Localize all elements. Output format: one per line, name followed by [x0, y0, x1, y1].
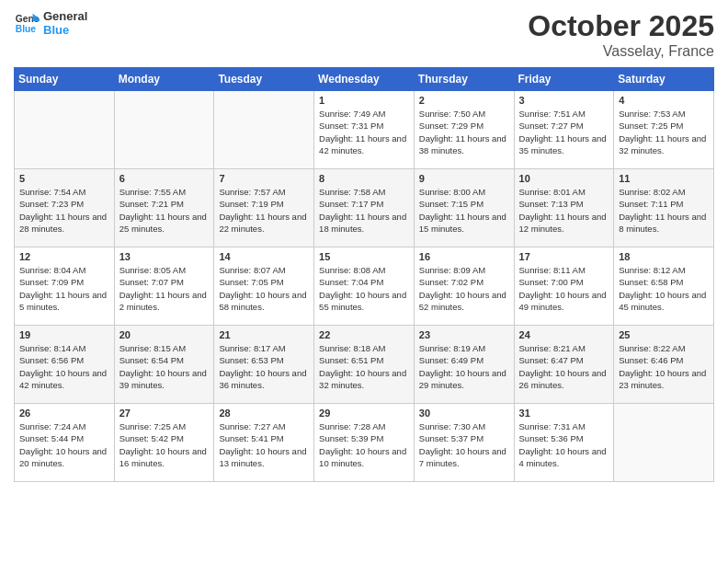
daylight: Daylight: 10 hours and 23 minutes. — [619, 367, 709, 392]
sunset: Sunset: 5:36 PM — [519, 432, 609, 444]
daylight: Daylight: 10 hours and 20 minutes. — [19, 445, 109, 470]
day-info: Sunrise: 8:21 AM Sunset: 6:47 PM Dayligh… — [519, 342, 609, 391]
day-info: Sunrise: 7:54 AM Sunset: 7:23 PM Dayligh… — [19, 186, 109, 235]
day-info: Sunrise: 8:04 AM Sunset: 7:09 PM Dayligh… — [19, 264, 109, 313]
day-number: 20 — [119, 329, 210, 340]
calendar-cell: 20 Sunrise: 8:15 AM Sunset: 6:54 PM Dayl… — [114, 326, 214, 404]
sunset: Sunset: 7:13 PM — [519, 198, 609, 210]
day-number: 15 — [319, 251, 409, 262]
calendar-cell: 24 Sunrise: 8:21 AM Sunset: 6:47 PM Dayl… — [514, 326, 614, 404]
daylight: Daylight: 11 hours and 32 minutes. — [619, 132, 709, 157]
day-info: Sunrise: 7:31 AM Sunset: 5:36 PM Dayligh… — [519, 420, 609, 469]
day-info: Sunrise: 7:51 AM Sunset: 7:27 PM Dayligh… — [519, 108, 609, 156]
sunrise: Sunrise: 8:18 AM — [319, 342, 409, 354]
sunset: Sunset: 7:29 PM — [419, 120, 509, 132]
logo: General Blue General Blue — [14, 9, 87, 37]
day-number: 9 — [419, 173, 509, 184]
calendar-cell: 12 Sunrise: 8:04 AM Sunset: 7:09 PM Dayl… — [15, 247, 115, 326]
calendar-cell — [214, 91, 314, 169]
day-info: Sunrise: 7:28 AM Sunset: 5:39 PM Dayligh… — [319, 420, 409, 469]
day-number: 8 — [319, 173, 409, 184]
calendar-cell: 30 Sunrise: 7:30 AM Sunset: 5:37 PM Dayl… — [414, 404, 514, 482]
day-number: 29 — [319, 408, 409, 419]
sunrise: Sunrise: 7:50 AM — [419, 108, 509, 120]
daylight: Daylight: 10 hours and 29 minutes. — [419, 367, 509, 392]
logo-line1: General — [43, 9, 87, 23]
calendar-cell: 5 Sunrise: 7:54 AM Sunset: 7:23 PM Dayli… — [15, 169, 115, 247]
sunset: Sunset: 6:47 PM — [519, 354, 609, 366]
weekday-header-sunday: Sunday — [15, 68, 115, 91]
calendar-cell: 15 Sunrise: 8:08 AM Sunset: 7:04 PM Dayl… — [314, 247, 415, 326]
day-info: Sunrise: 8:05 AM Sunset: 7:07 PM Dayligh… — [119, 264, 210, 313]
day-info: Sunrise: 7:55 AM Sunset: 7:21 PM Dayligh… — [119, 186, 210, 235]
sunset: Sunset: 7:27 PM — [519, 120, 609, 132]
week-row-2: 12 Sunrise: 8:04 AM Sunset: 7:09 PM Dayl… — [15, 247, 714, 326]
daylight: Daylight: 10 hours and 26 minutes. — [519, 367, 609, 392]
day-number: 6 — [119, 173, 210, 184]
daylight: Daylight: 10 hours and 39 minutes. — [119, 367, 210, 392]
sunrise: Sunrise: 7:54 AM — [19, 186, 109, 198]
day-info: Sunrise: 7:24 AM Sunset: 5:44 PM Dayligh… — [19, 420, 109, 469]
sunrise: Sunrise: 8:07 AM — [219, 264, 309, 276]
day-info: Sunrise: 8:18 AM Sunset: 6:51 PM Dayligh… — [319, 342, 409, 391]
daylight: Daylight: 10 hours and 16 minutes. — [119, 445, 210, 470]
daylight: Daylight: 11 hours and 12 minutes. — [519, 211, 609, 236]
title-block: October 2025 Vasselay, France — [528, 9, 714, 60]
sunrise: Sunrise: 7:28 AM — [319, 420, 409, 432]
sunset: Sunset: 5:37 PM — [419, 432, 509, 444]
sunset: Sunset: 7:07 PM — [119, 276, 210, 288]
daylight: Daylight: 11 hours and 15 minutes. — [419, 211, 509, 236]
week-row-1: 5 Sunrise: 7:54 AM Sunset: 7:23 PM Dayli… — [15, 169, 714, 247]
calendar-cell: 14 Sunrise: 8:07 AM Sunset: 7:05 PM Dayl… — [214, 247, 314, 326]
sunset: Sunset: 7:09 PM — [19, 276, 109, 288]
day-info: Sunrise: 8:19 AM Sunset: 6:49 PM Dayligh… — [419, 342, 509, 391]
day-number: 13 — [119, 251, 210, 262]
day-info: Sunrise: 8:22 AM Sunset: 6:46 PM Dayligh… — [619, 342, 709, 391]
day-number: 23 — [419, 329, 509, 340]
day-number: 17 — [519, 251, 609, 262]
day-number: 2 — [419, 95, 509, 106]
sunrise: Sunrise: 8:12 AM — [619, 264, 709, 276]
sunset: Sunset: 6:51 PM — [319, 354, 409, 366]
logo-icon: General Blue — [14, 10, 40, 36]
week-row-0: 1 Sunrise: 7:49 AM Sunset: 7:31 PM Dayli… — [15, 91, 714, 169]
sunrise: Sunrise: 8:08 AM — [319, 264, 409, 276]
calendar-cell — [614, 404, 714, 482]
daylight: Daylight: 10 hours and 10 minutes. — [319, 445, 409, 470]
sunrise: Sunrise: 7:58 AM — [319, 186, 409, 198]
day-number: 16 — [419, 251, 509, 262]
day-info: Sunrise: 8:15 AM Sunset: 6:54 PM Dayligh… — [119, 342, 210, 391]
daylight: Daylight: 10 hours and 4 minutes. — [519, 445, 609, 470]
sunset: Sunset: 6:58 PM — [619, 276, 709, 288]
daylight: Daylight: 11 hours and 2 minutes. — [119, 289, 210, 314]
week-row-3: 19 Sunrise: 8:14 AM Sunset: 6:56 PM Dayl… — [15, 326, 714, 404]
daylight: Daylight: 10 hours and 45 minutes. — [619, 289, 709, 314]
sunrise: Sunrise: 7:24 AM — [19, 420, 109, 432]
daylight: Daylight: 11 hours and 35 minutes. — [519, 132, 609, 157]
sunset: Sunset: 6:53 PM — [219, 354, 309, 366]
day-number: 31 — [519, 408, 609, 419]
month-title: October 2025 — [528, 9, 714, 43]
day-number: 25 — [619, 329, 709, 340]
day-number: 1 — [319, 95, 409, 106]
day-number: 18 — [619, 251, 709, 262]
calendar-cell: 4 Sunrise: 7:53 AM Sunset: 7:25 PM Dayli… — [614, 91, 714, 169]
weekday-header-tuesday: Tuesday — [214, 68, 314, 91]
sunrise: Sunrise: 7:57 AM — [219, 186, 309, 198]
sunset: Sunset: 7:25 PM — [619, 120, 709, 132]
calendar-cell: 17 Sunrise: 8:11 AM Sunset: 7:00 PM Dayl… — [514, 247, 614, 326]
daylight: Daylight: 11 hours and 22 minutes. — [219, 211, 309, 236]
calendar-cell: 31 Sunrise: 7:31 AM Sunset: 5:36 PM Dayl… — [514, 404, 614, 482]
calendar-cell: 3 Sunrise: 7:51 AM Sunset: 7:27 PM Dayli… — [514, 91, 614, 169]
calendar-cell: 1 Sunrise: 7:49 AM Sunset: 7:31 PM Dayli… — [314, 91, 415, 169]
calendar-cell: 27 Sunrise: 7:25 AM Sunset: 5:42 PM Dayl… — [114, 404, 214, 482]
daylight: Daylight: 11 hours and 28 minutes. — [19, 211, 109, 236]
sunset: Sunset: 6:46 PM — [619, 354, 709, 366]
location: Vasselay, France — [528, 43, 714, 60]
weekday-header-monday: Monday — [114, 68, 214, 91]
daylight: Daylight: 11 hours and 5 minutes. — [19, 289, 109, 314]
day-info: Sunrise: 7:30 AM Sunset: 5:37 PM Dayligh… — [419, 420, 509, 469]
sunset: Sunset: 7:17 PM — [319, 198, 409, 210]
calendar-cell: 6 Sunrise: 7:55 AM Sunset: 7:21 PM Dayli… — [114, 169, 214, 247]
daylight: Daylight: 11 hours and 38 minutes. — [419, 132, 509, 157]
